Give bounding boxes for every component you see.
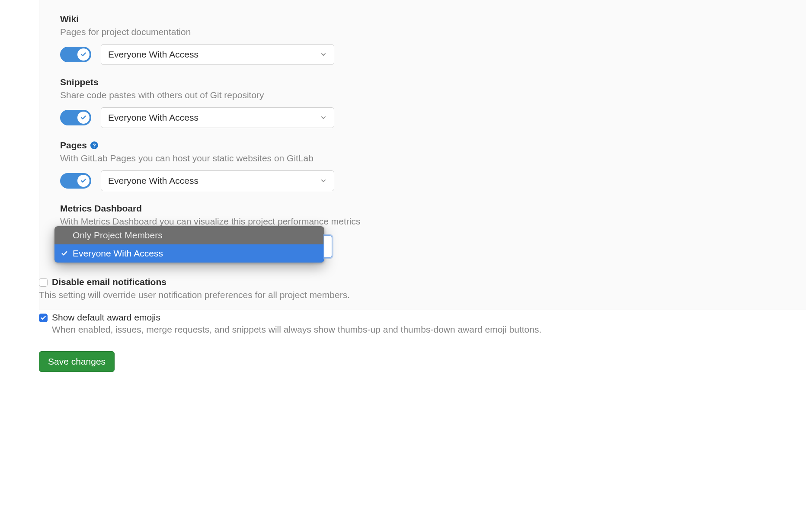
section-snippets: Snippets Share code pastes with others o… xyxy=(60,77,785,128)
award-emojis-row: Show default award emojis When enabled, … xyxy=(39,312,806,335)
metrics-desc: With Metrics Dashboard you can visualize… xyxy=(60,216,785,227)
chevron-down-icon xyxy=(320,114,327,121)
snippets-title-text: Snippets xyxy=(60,77,99,87)
pages-toggle[interactable] xyxy=(60,173,91,189)
pages-desc: With GitLab Pages you can host your stat… xyxy=(60,153,785,163)
disable-email-label: Disable email notifications xyxy=(52,277,166,287)
check-icon xyxy=(80,178,86,184)
dropdown-option-members[interactable]: Only Project Members xyxy=(54,226,324,244)
save-changes-button[interactable]: Save changes xyxy=(39,351,115,372)
select-value: Everyone With Access xyxy=(108,176,198,186)
snippets-access-select[interactable]: Everyone With Access xyxy=(101,107,334,128)
help-icon[interactable]: ? xyxy=(90,141,98,149)
award-emojis-checkbox[interactable] xyxy=(39,314,48,322)
dropdown-option-everyone[interactable]: Everyone With Access xyxy=(54,244,324,263)
toggle-knob xyxy=(77,175,90,187)
check-icon xyxy=(80,51,86,58)
below-panel: Disable email notifications This setting… xyxy=(39,277,806,372)
save-label: Save changes xyxy=(48,356,106,367)
select-value: Everyone With Access xyxy=(108,49,198,60)
dropdown-option-label: Everyone With Access xyxy=(73,248,163,259)
check-icon xyxy=(61,250,68,257)
select-value: Everyone With Access xyxy=(108,112,198,123)
pages-title-text: Pages xyxy=(60,140,87,151)
metrics-access-dropdown[interactable]: Only Project Members Everyone With Acces… xyxy=(54,226,324,263)
wiki-desc: Pages for project documentation xyxy=(60,27,785,37)
toggle-knob xyxy=(77,112,90,124)
pages-access-select[interactable]: Everyone With Access xyxy=(101,170,334,191)
disable-email-row: Disable email notifications xyxy=(39,277,806,287)
snippets-desc: Share code pastes with others out of Git… xyxy=(60,90,785,100)
section-wiki: Wiki Pages for project documentation Eve… xyxy=(60,14,785,65)
visibility-panel: Wiki Pages for project documentation Eve… xyxy=(39,0,806,310)
section-pages: Pages ? With GitLab Pages you can host y… xyxy=(60,140,785,191)
snippets-toggle[interactable] xyxy=(60,110,91,125)
disable-email-desc: This setting will override user notifica… xyxy=(39,290,806,300)
disable-email-checkbox[interactable] xyxy=(39,278,48,287)
wiki-title-text: Wiki xyxy=(60,14,79,24)
section-title-metrics: Metrics Dashboard xyxy=(60,203,785,214)
chevron-down-icon xyxy=(320,177,327,184)
check-icon xyxy=(80,115,86,121)
dropdown-option-label: Only Project Members xyxy=(73,230,163,240)
chevron-down-icon xyxy=(320,51,327,58)
award-emojis-desc: When enabled, issues, merge requests, an… xyxy=(52,324,541,335)
metrics-title-text: Metrics Dashboard xyxy=(60,203,142,214)
section-title-wiki: Wiki xyxy=(60,14,785,24)
metrics-select-edge xyxy=(324,235,332,258)
section-title-pages: Pages ? xyxy=(60,140,785,151)
section-title-snippets: Snippets xyxy=(60,77,785,87)
toggle-knob xyxy=(77,48,90,61)
wiki-toggle[interactable] xyxy=(60,47,91,62)
wiki-access-select[interactable]: Everyone With Access xyxy=(101,44,334,65)
award-emojis-label: Show default award emojis xyxy=(52,312,541,323)
